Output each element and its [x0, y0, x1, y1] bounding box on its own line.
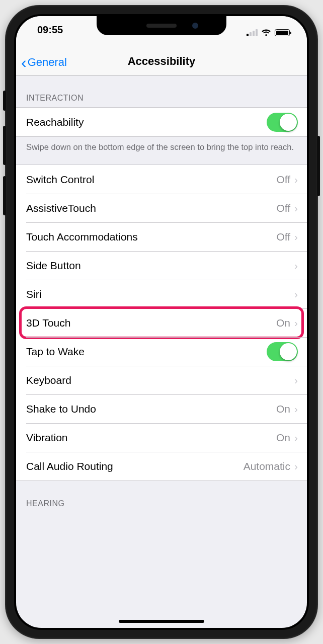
row-label: Tap to Wake: [26, 346, 267, 358]
chevron-left-icon: ‹: [21, 57, 27, 68]
front-camera: [192, 23, 198, 29]
status-time: 09:55: [31, 24, 63, 41]
row-value: Off: [276, 231, 290, 243]
row-value: On: [276, 432, 290, 444]
row-value: On: [276, 403, 290, 415]
chevron-right-icon: ›: [294, 404, 298, 414]
speaker-grille: [146, 24, 177, 28]
chevron-right-icon: ›: [294, 289, 298, 299]
row-label: Shake to Undo: [26, 403, 276, 415]
section-header-interaction: Interaction: [16, 75, 307, 107]
notch: [97, 16, 226, 35]
side-button-hw: [317, 136, 320, 196]
section-header-hearing: Hearing: [16, 481, 307, 513]
battery-icon: [275, 29, 290, 36]
chevron-right-icon: ›: [294, 174, 298, 185]
row-label: Reachability: [26, 116, 267, 128]
row-value: On: [276, 317, 290, 329]
toggle-knob: [280, 343, 297, 360]
tap-to-wake-toggle[interactable]: [267, 342, 298, 361]
volume-up-button: [3, 126, 6, 165]
row-switch-control[interactable]: Switch Control Off ›: [16, 165, 307, 194]
reachability-toggle[interactable]: [267, 113, 298, 132]
back-label: General: [28, 56, 67, 69]
settings-content[interactable]: Interaction Reachability Swipe down on t…: [16, 75, 307, 628]
back-button[interactable]: ‹ General: [21, 56, 67, 69]
chevron-right-icon: ›: [294, 432, 298, 443]
chevron-right-icon: ›: [294, 461, 298, 471]
chevron-right-icon: ›: [294, 260, 298, 271]
chevron-right-icon: ›: [294, 317, 298, 328]
row-value: Off: [276, 174, 290, 186]
volume-down-button: [3, 176, 6, 215]
row-label: AssistiveTouch: [26, 202, 276, 214]
row-assistivetouch[interactable]: AssistiveTouch Off ›: [16, 194, 307, 222]
row-touch-accommodations[interactable]: Touch Accommodations Off ›: [16, 222, 307, 251]
chevron-right-icon: ›: [294, 231, 298, 242]
bezel: 09:55 ‹ General Accessibility Interactio…: [14, 14, 309, 630]
row-3d-touch[interactable]: 3D Touch On ›: [16, 308, 307, 337]
chevron-right-icon: ›: [294, 375, 298, 385]
reachability-footer: Swipe down on the bottom edge of the scr…: [16, 137, 307, 165]
row-label: Call Audio Routing: [26, 460, 244, 472]
row-label: Side Button: [26, 260, 294, 272]
chevron-right-icon: ›: [294, 203, 298, 213]
row-label: Touch Accommodations: [26, 231, 276, 243]
group-reachability: Reachability: [16, 107, 307, 137]
row-label: Siri: [26, 288, 294, 300]
row-siri[interactable]: Siri ›: [16, 280, 307, 308]
row-call-audio-routing[interactable]: Call Audio Routing Automatic ›: [16, 452, 307, 480]
screen: 09:55 ‹ General Accessibility Interactio…: [16, 16, 307, 628]
mute-switch: [3, 91, 6, 111]
row-tap-to-wake[interactable]: Tap to Wake: [16, 337, 307, 366]
row-label: Vibration: [26, 432, 276, 444]
row-label: Keyboard: [26, 374, 294, 386]
row-label: 3D Touch: [26, 317, 276, 329]
row-keyboard[interactable]: Keyboard ›: [16, 366, 307, 394]
group-interaction-main: Switch Control Off › AssistiveTouch Off …: [16, 165, 307, 481]
row-value: Automatic: [244, 460, 290, 472]
cellular-signal-icon: [247, 29, 258, 36]
toggle-knob: [280, 114, 297, 131]
home-indicator[interactable]: [119, 620, 204, 623]
phone-frame: 09:55 ‹ General Accessibility Interactio…: [5, 5, 318, 639]
row-reachability[interactable]: Reachability: [16, 108, 307, 136]
row-side-button[interactable]: Side Button ›: [16, 251, 307, 280]
wifi-icon: [261, 29, 271, 37]
row-vibration[interactable]: Vibration On ›: [16, 423, 307, 452]
row-label: Switch Control: [26, 174, 276, 186]
row-shake-to-undo[interactable]: Shake to Undo On ›: [16, 394, 307, 423]
row-value: Off: [276, 202, 290, 214]
